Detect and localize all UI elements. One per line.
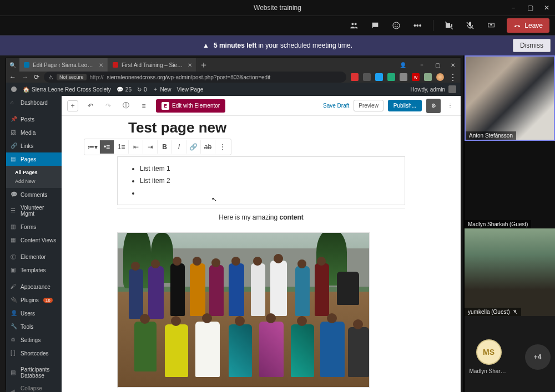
participants-overflow: MS Madlyn Sharka... +4 [465, 316, 555, 392]
wp-logo-icon[interactable] [11, 86, 17, 93]
tab-search-icon[interactable]: 🔍 [6, 62, 19, 68]
menu-posts[interactable]: 📌Posts [6, 113, 62, 126]
bold-button[interactable]: B [158, 140, 172, 154]
paragraph-block[interactable]: Here is my amazing content [117, 208, 405, 226]
participant-avatar[interactable]: MS Madlyn Sharka... [470, 339, 508, 374]
forward-icon[interactable]: → [22, 73, 28, 81]
list-item[interactable]: List item 2 [140, 175, 393, 187]
edit-with-elementor-button[interactable]: E Edit with Elementor [156, 99, 225, 113]
browser-close[interactable]: ✕ [445, 58, 461, 72]
menu-forms[interactable]: ▥Forms [6, 220, 62, 233]
people-icon[interactable] [349, 20, 360, 31]
more-icon[interactable]: ••• [412, 20, 423, 31]
wp-view-page-link[interactable]: View Page [177, 86, 204, 93]
new-tab-button[interactable]: ＋ [197, 59, 210, 71]
favicon-icon [113, 62, 118, 68]
menu-content-views[interactable]: ▦Content Views [6, 233, 62, 247]
url-field[interactable]: ⚠ Not secure http://sierraleoneredcross.… [44, 72, 346, 83]
dismiss-button[interactable]: Dismiss [513, 39, 551, 52]
browser-menu-icon[interactable]: ⋮ [448, 72, 457, 83]
wp-updates-link[interactable]: ↻ 0 [137, 86, 147, 93]
indent-button[interactable]: ⇥ [143, 140, 158, 154]
menu-media[interactable]: 🖼Media [6, 126, 62, 139]
link-button[interactable]: 🔗 [186, 140, 201, 154]
participants-more[interactable]: +4 [525, 344, 551, 370]
menu-elementor[interactable]: ⒺElementor [6, 250, 62, 263]
camera-off-icon[interactable] [443, 20, 455, 31]
list-item-empty[interactable] [140, 187, 393, 199]
page-title[interactable]: Test page new [117, 119, 405, 136]
ol-button[interactable]: 1≡ [114, 140, 129, 154]
menu-volunteer[interactable]: ☰Volunteer Mgmt [6, 201, 62, 220]
mic-off-icon[interactable] [465, 20, 476, 31]
close-button[interactable]: ✕ [538, 0, 555, 16]
image-block[interactable] [117, 232, 370, 388]
tab-close-icon[interactable]: ✕ [99, 62, 103, 68]
menu-settings[interactable]: ⚙Settings [6, 333, 62, 347]
publish-button[interactable]: Publish... [388, 100, 422, 111]
menu-appearance[interactable]: 🖌Appearance [6, 280, 62, 293]
block-more-button[interactable]: ⋮ [215, 140, 230, 154]
share-icon[interactable] [486, 20, 497, 31]
menu-links[interactable]: 🔗Links [6, 139, 62, 152]
outline-button[interactable]: ≡ [138, 100, 149, 111]
menu-templates[interactable]: ▣Templates [6, 263, 62, 277]
profile-avatar-icon[interactable] [436, 73, 444, 81]
participant-tile-active[interactable]: Anton Stefánsson [465, 55, 555, 141]
ext-gmail-icon[interactable] [351, 73, 359, 81]
editor-body: Test page new ≔▾ •≡ 1≡ ⇤ ⇥ B I 🔗 ab [62, 116, 461, 392]
menu-shortcodes[interactable]: [ ]Shortcodes [6, 347, 62, 360]
ul-button[interactable]: •≡ [100, 140, 114, 154]
preview-button[interactable]: Preview [354, 100, 384, 111]
menu-collapse[interactable]: ◀Collapse menu [6, 382, 62, 392]
ext-icon[interactable] [375, 73, 383, 81]
outdent-button[interactable]: ⇤ [129, 140, 143, 154]
submenu-all-pages[interactable]: All Pages [6, 168, 62, 177]
participant-tile[interactable]: yumkella (Guest) [465, 228, 555, 316]
leave-button[interactable]: Leave [507, 18, 549, 33]
tab-close-icon[interactable]: ✕ [188, 62, 192, 68]
browser-tab-1[interactable]: Edit Page ‹ Sierra Leone Red Cros ✕ [19, 58, 108, 72]
italic-button[interactable]: I [172, 140, 186, 154]
back-icon[interactable]: ← [9, 73, 16, 81]
svg-point-0 [393, 22, 400, 29]
ext-icon[interactable] [400, 73, 407, 81]
menu-dashboard[interactable]: ⌂Dashboard [6, 96, 62, 109]
menu-tools[interactable]: 🔧Tools [6, 320, 62, 333]
menu-users[interactable]: 👤Users [6, 307, 62, 320]
menu-comments[interactable]: 💬Comments [6, 188, 62, 201]
ext-icon[interactable] [424, 73, 432, 81]
ext-icon[interactable]: W [412, 73, 420, 81]
menu-plugins[interactable]: 🔌Plugins16 [6, 293, 62, 307]
save-draft-link[interactable]: Save Draft [323, 103, 349, 109]
list-item[interactable]: List item 1 [140, 162, 393, 175]
menu-pages[interactable]: ▤Pages [6, 152, 62, 166]
wp-new-link[interactable]: ＋ New [153, 85, 171, 93]
wp-comments-link[interactable]: 💬 25 [117, 86, 132, 93]
reload-icon[interactable]: ⟳ [34, 73, 39, 81]
ext-icon[interactable] [363, 73, 371, 81]
chat-icon[interactable] [370, 20, 381, 31]
ext-icon[interactable] [387, 73, 395, 81]
info-button[interactable]: ⓘ [120, 100, 132, 111]
submenu-add-new[interactable]: Add New [6, 177, 62, 186]
reactions-icon[interactable] [391, 20, 402, 31]
browser-minimize[interactable]: － [414, 58, 430, 72]
undo-button[interactable]: ↶ [85, 100, 96, 111]
redo-button[interactable]: ↷ [103, 100, 114, 111]
participant-tile[interactable]: Madlyn Sharkah (Guest) [465, 141, 555, 228]
minimize-button[interactable]: － [505, 0, 522, 16]
menu-participants-db[interactable]: ▤Participants Database [6, 363, 62, 382]
wp-site-link[interactable]: 🏠 Sierra Leone Red Cross Society [23, 86, 111, 93]
participant-name: Anton Stefánsson [466, 131, 516, 140]
list-block[interactable]: List item 1 List item 2 [117, 156, 405, 205]
browser-maximize[interactable]: ▢ [430, 58, 445, 72]
list-type-button[interactable]: ≔▾ [85, 140, 100, 154]
wp-howdy[interactable]: Howdy, admin [410, 85, 456, 93]
settings-button[interactable]: ⚙ [426, 99, 441, 113]
editor-more-button[interactable]: ⋮ [445, 103, 455, 109]
maximize-button[interactable]: ▢ [522, 0, 538, 16]
strike-button[interactable]: ab [201, 140, 215, 154]
browser-tab-2[interactable]: First Aid Training – Sierra Leone R ✕ [108, 58, 197, 72]
add-block-button[interactable]: ＋ [67, 100, 78, 111]
